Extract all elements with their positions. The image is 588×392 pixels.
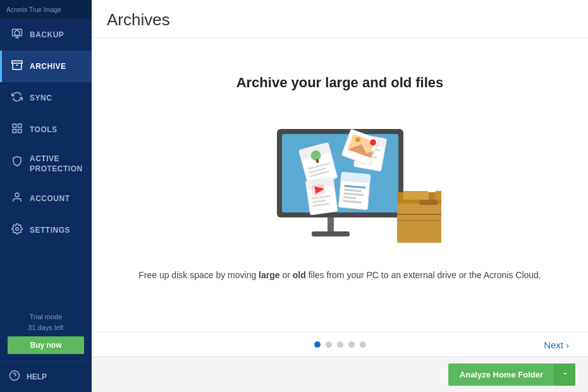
- sidebar-logo: Acronis True Image: [0, 0, 92, 19]
- account-icon: [11, 192, 23, 205]
- sidebar-item-archive[interactable]: ARCHIVE: [0, 51, 92, 82]
- sidebar-item-sync[interactable]: SYNC: [0, 82, 92, 114]
- dot-5[interactable]: [360, 341, 366, 348]
- sidebar-item-tools[interactable]: TOOLS: [0, 114, 92, 145]
- sidebar-item-help-label: HELP: [27, 372, 47, 381]
- svg-rect-3: [13, 124, 16, 127]
- dot-4[interactable]: [348, 341, 355, 348]
- main-header: Archives: [92, 0, 588, 38]
- sidebar-item-archive-label: ARCHIVE: [30, 62, 66, 71]
- trial-section: Trial mode 31 days left Buy now: [0, 305, 92, 360]
- sync-icon: [11, 91, 23, 105]
- help-icon: [9, 370, 20, 383]
- svg-rect-4: [18, 124, 21, 127]
- svg-rect-50: [435, 191, 441, 200]
- sidebar-item-active-protection-label: ACTIVEPROTECTION: [30, 154, 83, 174]
- backup-icon: [11, 28, 23, 42]
- main-content: Archives Archive your large and old file…: [92, 0, 588, 392]
- analyze-btn-arrow[interactable]: [554, 364, 575, 386]
- tools-icon: [11, 123, 23, 137]
- bottom-bar: Next ›: [92, 332, 588, 357]
- logo-text: Acronis True Image: [6, 6, 61, 13]
- dots-container: [314, 341, 366, 348]
- svg-rect-13: [328, 217, 334, 231]
- archive-heading: Archive your large and old files: [236, 75, 444, 91]
- svg-point-7: [15, 193, 19, 197]
- dot-3[interactable]: [337, 341, 343, 348]
- settings-icon: [11, 223, 23, 237]
- content-area: Archive your large and old files: [92, 38, 588, 332]
- next-label: Next: [544, 340, 563, 350]
- sidebar-item-sync-label: SYNC: [30, 94, 52, 102]
- next-chevron-icon: ›: [566, 340, 569, 350]
- dot-2[interactable]: [326, 341, 332, 348]
- archive-illustration: [239, 110, 441, 249]
- sidebar-item-backup-label: BACKUP: [30, 30, 64, 39]
- sidebar-item-backup[interactable]: BACKUP: [0, 19, 92, 51]
- sidebar: Acronis True Image BACKUP ARCHIVE SYNC T…: [0, 0, 92, 392]
- svg-rect-5: [13, 130, 16, 133]
- dot-1[interactable]: [314, 341, 321, 348]
- description-text: Free up disk space by moving large or ol…: [138, 268, 541, 282]
- svg-point-8: [16, 228, 19, 231]
- next-button[interactable]: Next ›: [544, 340, 569, 350]
- trial-days-label: 31 days left: [28, 324, 63, 331]
- sidebar-item-tools-label: TOOLS: [30, 125, 58, 134]
- sidebar-item-settings-label: SETTINGS: [30, 226, 70, 235]
- active-protection-icon: [11, 156, 23, 169]
- trial-mode-text: Trial mode 31 days left: [8, 312, 84, 333]
- buy-now-button[interactable]: Buy now: [8, 336, 84, 354]
- page-title: Archives: [107, 10, 573, 30]
- svg-rect-1: [12, 61, 23, 63]
- sidebar-item-active-protection[interactable]: ACTIVEPROTECTION: [0, 145, 92, 183]
- sidebar-item-account[interactable]: ACCOUNT: [0, 183, 92, 214]
- svg-rect-49: [403, 191, 429, 200]
- sidebar-item-settings[interactable]: SETTINGS: [0, 214, 92, 246]
- archive-icon: [11, 59, 23, 73]
- svg-rect-14: [312, 231, 350, 236]
- sidebar-item-account-label: ACCOUNT: [30, 194, 70, 203]
- analyze-bar: Analyze Home Folder: [92, 357, 588, 392]
- svg-rect-6: [18, 130, 21, 133]
- svg-rect-51: [419, 200, 438, 205]
- analyze-btn-label: Analyze Home Folder: [448, 364, 554, 386]
- analyze-button[interactable]: Analyze Home Folder: [448, 364, 575, 386]
- trial-mode-label: Trial mode: [30, 313, 63, 321]
- sidebar-item-help[interactable]: HELP: [0, 360, 92, 392]
